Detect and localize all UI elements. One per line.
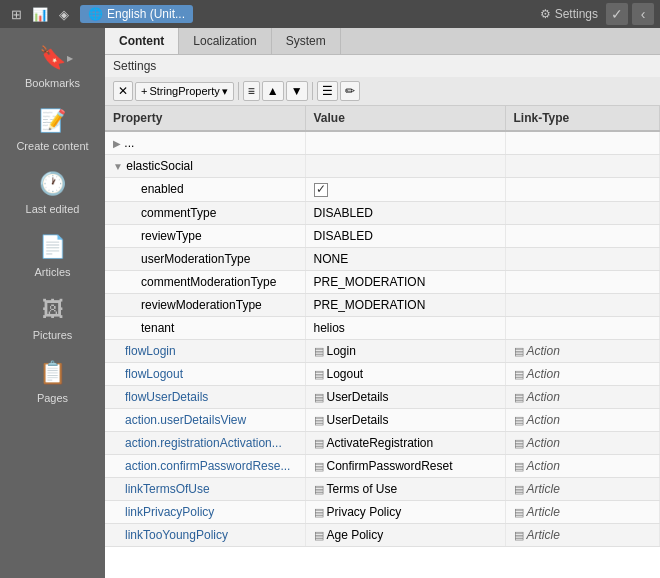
toolbar-separator-2 (312, 82, 313, 100)
table-row[interactable]: tenanthelios (105, 316, 660, 339)
tab-content[interactable]: Content (105, 28, 179, 54)
move-up-button[interactable]: ▲ (262, 81, 284, 101)
table-row[interactable]: commentTypeDISABLED (105, 201, 660, 224)
link-type-icon: ▤ (514, 391, 524, 403)
tab-localization[interactable]: Localization (179, 28, 271, 54)
page-icon: ▤ (314, 460, 324, 472)
value-cell: DISABLED (305, 201, 505, 224)
table-row[interactable]: flowLogin▤Login▤Action (105, 339, 660, 362)
property-cell: reviewType (105, 224, 305, 247)
checkmark-icon[interactable]: ✓ (606, 3, 628, 25)
property-link[interactable]: action.confirmPasswordRese... (125, 459, 290, 473)
property-link[interactable]: flowUserDetails (125, 390, 208, 404)
page-icon: ▤ (314, 506, 324, 518)
sidebar-item-pictures[interactable]: 🖼 Pictures (0, 288, 105, 347)
link-type-icon: ▤ (514, 529, 524, 541)
link-type-cell (505, 247, 660, 270)
pages-icon: 📋 (39, 360, 66, 386)
page-icon: ▤ (314, 483, 324, 495)
page-icon: ▤ (314, 529, 324, 541)
table-row[interactable]: reviewTypeDISABLED (105, 224, 660, 247)
link-value: Privacy Policy (327, 505, 402, 519)
bookmarks-icon-box: 🔖 ▶ (35, 42, 71, 74)
property-link[interactable]: linkTermsOfUse (125, 482, 210, 496)
table-row[interactable]: enabled (105, 178, 660, 202)
link-type-cell: ▤Action (505, 385, 660, 408)
edit-button[interactable]: ✏ (340, 81, 360, 101)
table-row[interactable]: action.userDetailsView▤UserDetails▤Actio… (105, 408, 660, 431)
value-cell (305, 178, 505, 202)
property-link[interactable]: flowLogin (125, 344, 176, 358)
sidebar-item-create-content[interactable]: 📝 Create content (0, 99, 105, 158)
property-link[interactable]: action.userDetailsView (125, 413, 246, 427)
table-row[interactable]: linkTermsOfUse▤Terms of Use▤Article (105, 477, 660, 500)
properties-table-container[interactable]: Property Value Link-Type ▶ ...▼ elasticS… (105, 106, 660, 578)
property-cell: userModerationType (105, 247, 305, 270)
value-cell: ▤Logout (305, 362, 505, 385)
chart-icon[interactable]: 📊 (30, 4, 50, 24)
link-type-cell: ▤Action (505, 431, 660, 454)
column-value: Value (305, 106, 505, 131)
sidebar-item-pages[interactable]: 📋 Pages (0, 351, 105, 410)
top-bar-actions: ✓ ‹ (606, 3, 654, 25)
language-selector[interactable]: 🌐 English (Unit... (80, 5, 193, 23)
property-cell: ▼ elasticSocial (105, 155, 305, 178)
collapse-icon[interactable]: ‹ (632, 3, 654, 25)
pages-label: Pages (37, 392, 68, 404)
table-row[interactable]: userModerationTypeNONE (105, 247, 660, 270)
table-row[interactable]: ▶ ... (105, 131, 660, 155)
delete-button[interactable]: ✕ (113, 81, 133, 101)
link-type-cell: ▤Action (505, 454, 660, 477)
globe-icon: 🌐 (88, 7, 103, 21)
property-link[interactable]: linkPrivacyPolicy (125, 505, 214, 519)
table-row[interactable]: action.registrationActivation...▤Activat… (105, 431, 660, 454)
top-bar-right: ⚙ Settings ✓ ‹ (540, 3, 654, 25)
table-row[interactable]: reviewModerationTypePRE_MODERATION (105, 293, 660, 316)
column-property: Property (105, 106, 305, 131)
reorder-button[interactable]: ≡ (243, 81, 260, 101)
table-row[interactable]: ▼ elasticSocial (105, 155, 660, 178)
value-cell: PRE_MODERATION (305, 293, 505, 316)
link-type-icon: ▤ (514, 368, 524, 380)
table-row[interactable]: flowLogout▤Logout▤Action (105, 362, 660, 385)
link-type-label: Action (527, 390, 560, 404)
diamond-icon[interactable]: ◈ (54, 4, 74, 24)
property-cell: linkTermsOfUse (105, 477, 305, 500)
link-value: UserDetails (327, 390, 389, 404)
property-name: commentModerationType (141, 275, 276, 289)
link-type-icon: ▤ (514, 345, 524, 357)
list-view-button[interactable]: ☰ (317, 81, 338, 101)
table-row[interactable]: commentModerationTypePRE_MODERATION (105, 270, 660, 293)
link-type-cell (505, 224, 660, 247)
link-type-cell (505, 293, 660, 316)
tab-system[interactable]: System (272, 28, 341, 54)
table-row[interactable]: action.confirmPasswordRese...▤ConfirmPas… (105, 454, 660, 477)
table-header-row: Property Value Link-Type (105, 106, 660, 131)
link-value: Logout (327, 367, 364, 381)
link-type-label: Action (527, 436, 560, 450)
tabs: Content Localization System (105, 28, 660, 55)
property-cell: tenant (105, 316, 305, 339)
property-link[interactable]: linkTooYoungPolicy (125, 528, 228, 542)
value-cell (305, 131, 505, 155)
table-row[interactable]: flowUserDetails▤UserDetails▤Action (105, 385, 660, 408)
property-link[interactable]: action.registrationActivation... (125, 436, 282, 450)
checkbox-checked[interactable] (314, 183, 328, 197)
link-type-label: Article (527, 505, 560, 519)
add-string-property-button[interactable]: + StringProperty ▾ (135, 82, 234, 101)
sidebar-item-last-edited[interactable]: 🕐 Last edited (0, 162, 105, 221)
property-cell: action.confirmPasswordRese... (105, 454, 305, 477)
table-row[interactable]: linkTooYoungPolicy▤Age Policy▤Article (105, 523, 660, 546)
sidebar-item-articles[interactable]: 📄 Articles (0, 225, 105, 284)
property-link[interactable]: flowLogout (125, 367, 183, 381)
articles-icon-box: 📄 (35, 231, 71, 263)
pictures-label: Pictures (33, 329, 73, 341)
link-type-label: Action (527, 459, 560, 473)
table-row[interactable]: linkPrivacyPolicy▤Privacy Policy▤Article (105, 500, 660, 523)
settings-button[interactable]: ⚙ Settings (540, 7, 598, 21)
pictures-icon: 🖼 (42, 297, 64, 323)
move-down-button[interactable]: ▼ (286, 81, 308, 101)
grid-icon[interactable]: ⊞ (6, 4, 26, 24)
main-layout: 🔖 ▶ Bookmarks 📝 Create content 🕐 Last ed… (0, 28, 660, 578)
sidebar-item-bookmarks[interactable]: 🔖 ▶ Bookmarks (0, 36, 105, 95)
